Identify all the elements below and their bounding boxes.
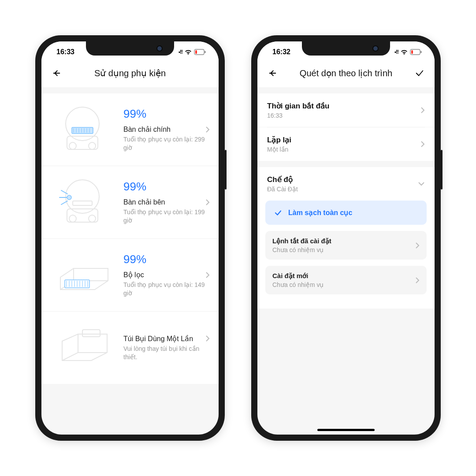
wifi-icon (184, 49, 192, 55)
mode-value: Đã Cài Đặt (267, 186, 298, 193)
accessory-item-filter[interactable]: 99% Bộ lọc Tuổi thọ phục vụ còn lại: 149… (41, 239, 219, 312)
accessory-percent: 99% (123, 107, 210, 121)
svg-point-5 (69, 142, 76, 149)
dust-bag-illustration-icon (49, 321, 115, 374)
arrow-left-icon (268, 68, 277, 78)
accessory-name: Bộ lọc (123, 271, 144, 279)
phone-notch (302, 41, 390, 56)
svg-rect-34 (82, 330, 100, 337)
option-sub: Chưa có nhiệm vụ (272, 281, 324, 288)
chevron-right-icon (420, 107, 425, 114)
status-indicators: ▪!! (394, 49, 422, 55)
svg-point-3 (66, 107, 99, 141)
accessory-list: 99% Bàn chải chính Tuổi thọ phục vụ còn … (41, 93, 219, 384)
chevron-right-icon (205, 199, 210, 206)
option-sub: Chưa có nhiệm vụ (272, 246, 331, 253)
accessory-percent: 99% (123, 253, 210, 266)
check-icon (415, 68, 424, 78)
section-gap (41, 87, 219, 93)
accessory-name: Bàn chải chính (123, 125, 171, 134)
confirm-button[interactable] (413, 67, 426, 79)
phone-screen: 16:32 ▪!! Quét dọn theo lịch trình Thời … (257, 41, 435, 435)
page-title: Quét dọn theo lịch trình (279, 68, 413, 78)
status-time: 16:32 (272, 48, 290, 56)
svg-rect-1 (195, 50, 197, 54)
home-indicator[interactable] (317, 429, 375, 431)
accessory-name: Bàn chải bên (123, 198, 165, 206)
battery-low-icon (410, 49, 422, 55)
svg-rect-19 (73, 201, 92, 205)
section-gap (257, 161, 435, 167)
status-time: 16:33 (56, 48, 74, 56)
repeat-label: Lặp lại (267, 135, 291, 145)
phone-mockup-right: 16:32 ▪!! Quét dọn theo lịch trình Thời … (251, 35, 441, 441)
arrow-left-icon (52, 68, 61, 78)
svg-rect-37 (420, 51, 422, 53)
option-new-setting[interactable]: Cài đặt mới Chưa có nhiệm vụ (265, 266, 427, 294)
chevron-right-icon (420, 141, 425, 148)
signal-icon: ▪!! (178, 49, 182, 55)
svg-rect-36 (411, 50, 413, 54)
svg-rect-7 (72, 127, 93, 134)
signal-icon: ▪!! (394, 49, 398, 55)
svg-point-23 (67, 195, 71, 200)
option-label: Làm sạch toàn cục (288, 208, 352, 217)
option-global-clean[interactable]: Làm sạch toàn cục (265, 201, 427, 225)
side-brush-illustration-icon (49, 176, 115, 229)
main-brush-illustration-icon (49, 103, 115, 156)
accessory-sub: Tuổi thọ phục vụ còn lại: 299 giờ (123, 135, 210, 152)
section-gap (257, 87, 435, 93)
accessory-item-dust-bag[interactable]: Túi Bụi Dùng Một Lần Vui lòng thay túi b… (41, 312, 219, 384)
accessory-name: Túi Bụi Dùng Một Lần (123, 335, 193, 343)
chevron-right-icon (205, 271, 210, 279)
page-title: Sử dụng phụ kiện (63, 68, 197, 78)
start-time-label: Thời gian bắt đầu (267, 101, 329, 111)
setting-mode[interactable]: Chế độ Đã Cài Đặt (257, 167, 435, 201)
accessory-sub: Vui lòng thay túi bụi khi cần thiết. (123, 345, 210, 361)
accessory-item-main-brush[interactable]: 99% Bàn chải chính Tuổi thọ phục vụ còn … (41, 93, 219, 166)
back-button[interactable] (266, 67, 279, 79)
phone-mockup-left: 16:33 ▪!! Sử dụng phụ kiện (35, 35, 225, 441)
page-header: Quét dọn theo lịch trình (257, 63, 435, 87)
check-icon (274, 209, 282, 217)
setting-start-time[interactable]: Thời gian bắt đầu 16:33 (257, 93, 435, 127)
accessory-percent: 99% (123, 180, 210, 193)
svg-rect-2 (205, 51, 206, 53)
mode-options: Làm sạch toàn cục Lệnh tắt đã cài đặt Ch… (257, 201, 435, 309)
wifi-icon (400, 49, 408, 55)
accessory-sub: Tuổi thọ phục vụ còn lại: 199 giờ (123, 208, 210, 225)
status-indicators: ▪!! (178, 49, 206, 55)
option-title: Cài đặt mới (272, 272, 324, 280)
chevron-right-icon (415, 242, 420, 249)
svg-point-17 (69, 215, 76, 222)
start-time-value: 16:33 (267, 112, 329, 119)
chevron-right-icon (415, 277, 420, 284)
chevron-right-icon (205, 335, 210, 342)
chevron-right-icon (205, 126, 210, 133)
phone-screen: 16:33 ▪!! Sử dụng phụ kiện (41, 41, 219, 435)
page-header: Sử dụng phụ kiện (41, 63, 219, 87)
back-button[interactable] (50, 67, 63, 79)
option-title: Lệnh tắt đã cài đặt (272, 237, 331, 245)
phone-notch (86, 41, 174, 56)
mode-label: Chế độ (267, 175, 298, 184)
option-shutdown-command[interactable]: Lệnh tắt đã cài đặt Chưa có nhiệm vụ (265, 231, 427, 260)
svg-point-6 (89, 142, 96, 149)
repeat-value: Một lần (267, 146, 291, 153)
setting-repeat[interactable]: Lặp lại Một lần (257, 127, 435, 161)
svg-point-18 (89, 215, 96, 222)
accessory-item-side-brush[interactable]: 99% Bàn chải bên Tuổi thọ phục vụ còn lạ… (41, 166, 219, 239)
chevron-down-icon (418, 182, 425, 186)
accessory-sub: Tuổi thọ phục vụ còn lại: 149 giờ (123, 281, 210, 298)
filter-illustration-icon (49, 249, 115, 301)
battery-low-icon (194, 49, 206, 55)
